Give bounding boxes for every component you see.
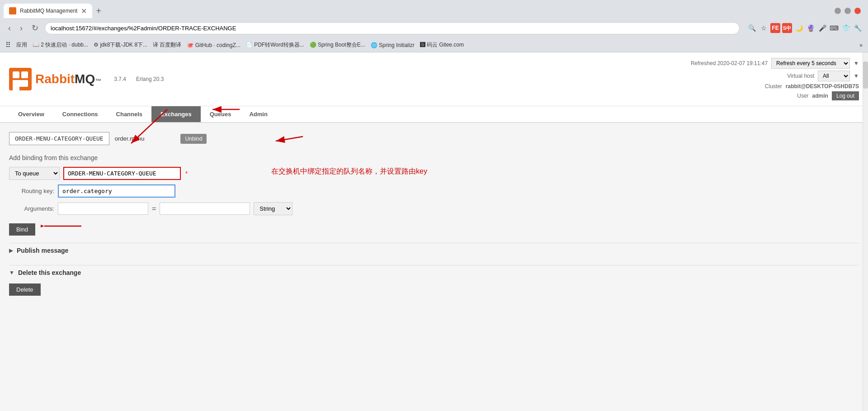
delete-exchange-header[interactable]: ▼ Delete this exchange — [9, 265, 859, 280]
star-icon[interactable]: ☆ — [759, 23, 769, 33]
rmq-logo-icon — [9, 68, 32, 90]
tab-close-button[interactable]: ✕ — [81, 7, 87, 15]
svg-rect-4 — [13, 80, 28, 87]
scrollbar[interactable] — [863, 52, 868, 411]
ext-icon-3[interactable]: 🌙 — [794, 23, 804, 33]
publish-message-section: ▶ Publish message — [9, 243, 859, 258]
bookmark-spring-init[interactable]: 🌐 Spring Initializr — [371, 42, 415, 48]
address-input[interactable] — [45, 22, 740, 34]
ext-icon-4[interactable]: 🔮 — [806, 23, 816, 33]
routing-key-input[interactable] — [58, 184, 175, 198]
bind-button[interactable]: Bind — [9, 223, 35, 236]
bookmark-jdk8[interactable]: ⚙ jdk8下载-JDK 8下... — [94, 41, 147, 49]
rmq-version: 3.7.4 Erlang 20.3 — [114, 76, 169, 82]
add-binding-title: Add binding from this exchange — [9, 154, 859, 161]
apps-icon[interactable]: ⠿ — [5, 41, 11, 49]
nav-overview[interactable]: Overview — [9, 106, 53, 122]
routing-key-label: Routing key: — [9, 188, 54, 194]
new-tab-button[interactable]: + — [92, 6, 105, 16]
bookmark-apps[interactable]: 应用 — [16, 41, 27, 49]
required-star: * — [185, 170, 188, 177]
nav-channels[interactable]: Channels — [107, 106, 152, 122]
active-tab[interactable]: RabbitMQ Management ✕ — [4, 4, 92, 18]
cluster-label: Cluster — [765, 83, 782, 90]
maximize-button[interactable]: □ — [844, 8, 851, 14]
rmq-logo-text: RabbitMQ™ — [35, 72, 101, 86]
ext-icon-6[interactable]: ⌨ — [829, 23, 839, 33]
close-button[interactable]: ✕ — [854, 8, 861, 14]
forward-button[interactable]: › — [17, 23, 25, 34]
bookmark-baidu[interactable]: 译 百度翻译 — [153, 41, 181, 49]
user-value: admin — [812, 93, 828, 99]
delete-exchange-content: Delete — [9, 280, 859, 296]
unbind-button[interactable]: Unbind — [180, 134, 207, 144]
nav-admin[interactable]: Admin — [240, 106, 276, 122]
bookmark-pdf[interactable]: 📄 PDF转Word转换器... — [246, 41, 304, 49]
args-value-input[interactable] — [160, 203, 250, 215]
vhost-label: Virtual host — [787, 73, 814, 79]
address-bar: ‹ › ↻ 🔍 ☆ FE S中 🌙 🔮 🎤 ⌨ 👕 🔧 — [0, 18, 868, 38]
refresh-select[interactable]: Refresh every 5 seconds Refresh every 10… — [771, 58, 850, 69]
delete-arrow: ▼ — [9, 269, 14, 276]
bookmarks-bar: ⠿ 应用 📖 2 快速启动 · dubb... ⚙ jdk8下载-JDK 8下.… — [0, 38, 868, 52]
to-queue-row: To queue To exchange * — [9, 167, 859, 180]
bind-button-container: Bind — [9, 220, 35, 236]
binding-queue-name: ORDER-MENU-CATEGORY-QUEUE — [9, 132, 109, 145]
ext-icon-2[interactable]: S中 — [782, 23, 792, 33]
binding-form: 在交换机中绑定指定的队列名称，并设置路由key To queue To exch… — [9, 167, 859, 236]
publish-message-title: Publish message — [17, 247, 68, 254]
annotation-text: 在交换机中绑定指定的队列名称，并设置路由key — [271, 167, 427, 175]
user-label: User — [797, 93, 808, 99]
back-button[interactable]: ‹ — [5, 23, 14, 34]
bookmarks-more[interactable]: » — [859, 42, 863, 48]
tab-title: RabbitMQ Management — [20, 8, 77, 14]
delete-button[interactable]: Delete — [9, 283, 41, 296]
ext-icon-5[interactable]: 🎤 — [817, 23, 827, 33]
minimize-button[interactable]: — — [835, 8, 841, 14]
ext-icon-8[interactable]: 🔧 — [853, 23, 863, 33]
rmq-logo: RabbitMQ™ 3.7.4 Erlang 20.3 — [9, 68, 169, 90]
rmq-header-right: Refreshed 2020-02-07 19:11:47 Refresh ev… — [691, 58, 859, 100]
equals-sign: = — [152, 205, 156, 213]
arguments-row: Arguments: = String Number Boolean — [9, 202, 859, 215]
svg-rect-0 — [9, 68, 32, 90]
delete-exchange-title: Delete this exchange — [18, 269, 81, 276]
search-icon[interactable]: 🔍 — [747, 23, 757, 33]
args-key-input[interactable] — [58, 203, 148, 215]
page-content: RabbitMQ™ 3.7.4 Erlang 20.3 Refreshed 20… — [0, 52, 868, 411]
scrollbar-thumb[interactable] — [863, 61, 868, 89]
refreshed-label: Refreshed 2020-02-07 19:11:47 — [691, 60, 768, 66]
to-queue-select[interactable]: To queue To exchange — [9, 167, 60, 180]
nav-exchanges[interactable]: Exchanges — [151, 106, 201, 122]
svg-rect-1 — [13, 71, 19, 78]
publish-message-header[interactable]: ▶ Publish message — [9, 243, 859, 258]
ext-icon-1[interactable]: FE — [770, 23, 780, 33]
bookmark-spring-boot[interactable]: 🟢 Spring Boot整合E... — [310, 41, 365, 49]
rmq-nav: Overview Connections Channels Exchanges … — [0, 106, 868, 123]
binding-routing-key: order.menu — [115, 135, 145, 142]
tab-favicon — [9, 7, 16, 14]
bookmark-github[interactable]: 🐙 GitHub · codingZ... — [187, 42, 240, 48]
svg-rect-2 — [21, 71, 28, 78]
delete-exchange-section: ▼ Delete this exchange Delete — [9, 265, 859, 296]
refresh-dropdown-arrow: ▼ — [854, 60, 859, 66]
bookmark-dubb[interactable]: 📖 2 快速启动 · dubb... — [33, 41, 88, 49]
publish-arrow: ▶ — [9, 247, 13, 254]
rmq-main: ORDER-MENU-CATEGORY-QUEUE order.menu Unb… — [0, 123, 868, 411]
add-binding-section: Add binding from this exchange 在交换机中绑定指定… — [9, 154, 859, 236]
routing-key-row: Routing key: — [9, 184, 859, 198]
nav-queues[interactable]: Queues — [201, 106, 241, 122]
toolbar-icons: 🔍 ☆ FE S中 🌙 🔮 🎤 ⌨ 👕 🔧 — [747, 23, 863, 33]
arguments-label: Arguments: — [9, 205, 54, 212]
bind-arrow — [41, 222, 86, 231]
annotation-container: 在交换机中绑定指定的队列名称，并设置路由key — [262, 167, 427, 176]
reload-button[interactable]: ↻ — [29, 22, 41, 34]
existing-binding-row: ORDER-MENU-CATEGORY-QUEUE order.menu Unb… — [9, 132, 859, 145]
nav-connections[interactable]: Connections — [53, 106, 107, 122]
logout-button[interactable]: Log out — [832, 91, 859, 100]
queue-name-input[interactable] — [63, 167, 181, 180]
ext-icon-7[interactable]: 👕 — [841, 23, 851, 33]
type-select[interactable]: String Number Boolean — [254, 202, 292, 215]
vhost-select[interactable]: All /admin — [818, 71, 850, 81]
bookmark-gitee[interactable]: 🅶 码云 Gitee.com — [420, 41, 464, 49]
